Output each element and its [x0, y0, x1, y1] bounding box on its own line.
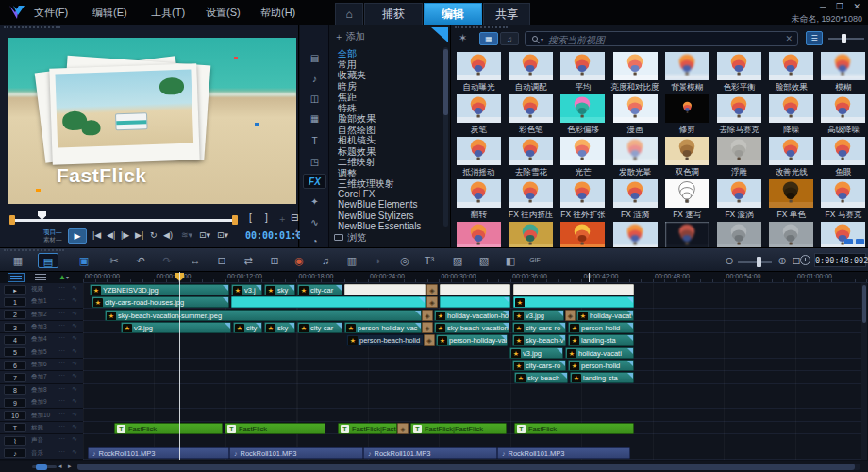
filter-thumbnail[interactable] [769, 94, 813, 123]
timeline-clip[interactable]: ★person-holid [568, 360, 634, 371]
search-input[interactable]: ▾ 搜索当前视图 ✕ [525, 31, 798, 46]
filter-thumbnail[interactable] [613, 222, 658, 247]
gif-creator-icon[interactable]: GIF [525, 253, 545, 268]
track-header-overlay[interactable]: 6叠加6⋯∿ [0, 359, 83, 371]
timeline-clip[interactable]: ★city-cars-ro [512, 322, 566, 333]
track-header-overlay[interactable]: 5叠加5⋯∿ [0, 346, 83, 359]
toolbar-drag-handle[interactable] [4, 249, 64, 252]
preview-video[interactable]: FastFlick [8, 38, 296, 204]
filter-thumbnail[interactable] [717, 94, 761, 123]
track-type-icon[interactable]: 1 [4, 297, 26, 307]
timeline-clip[interactable] [440, 284, 510, 295]
filter-fx-icon[interactable]: FX [303, 174, 326, 189]
track-options-icon[interactable]: ⋯ [58, 423, 65, 430]
transition-icon[interactable]: ◫ [303, 92, 326, 107]
timeline-clip[interactable]: ★YZBNEISV3D.jpg [90, 284, 229, 295]
transition-clip[interactable]: ◈ [397, 423, 409, 434]
scroll-right-arrow[interactable]: ▸ [68, 463, 72, 470]
track-wave-icon[interactable]: ∿ [72, 347, 77, 355]
category-item[interactable]: NewBlue Stylizers [338, 211, 414, 221]
audio-clip[interactable]: ♪RockRoll101.MP3 [229, 447, 363, 459]
split-clip-icon[interactable]: ✂ [104, 253, 125, 268]
multi-trim-icon[interactable]: ▥ [342, 253, 362, 268]
filter-thumbnail[interactable] [560, 179, 605, 208]
play-button[interactable]: ▶ [68, 228, 87, 244]
track-header-overlay[interactable]: 2叠加2⋯∿ [0, 309, 83, 321]
filter-thumbnail[interactable] [665, 137, 709, 165]
timeline-clip[interactable]: ★sky-beach-v [512, 334, 566, 346]
filter-thumbnail[interactable] [821, 94, 865, 123]
filter-thumbnail[interactable] [769, 52, 813, 80]
shuttle-icon[interactable]: ≋▾ [181, 230, 192, 240]
color-grading-icon[interactable]: ◧ [500, 253, 521, 268]
filter-thumbnail[interactable] [509, 94, 553, 123]
track-options-icon[interactable]: ⋯ [58, 322, 65, 329]
zoom-out-icon[interactable]: ⊖ [719, 253, 740, 268]
title-clip[interactable]: TFastFlick|FastFlick [338, 423, 397, 434]
track-options-icon[interactable]: ⋯ [58, 296, 65, 304]
timeline-clip[interactable]: ★holiday-vacation-ho [434, 310, 509, 321]
gallery-view-button[interactable]: ☰ [806, 31, 823, 45]
copy-icon[interactable]: ▣ [74, 253, 94, 268]
timeline-clip[interactable]: ★sky [264, 284, 295, 295]
track-header-overlay[interactable]: 1叠加1⋯∿ [0, 295, 83, 308]
track-list-icon[interactable] [8, 273, 25, 282]
transition-clip[interactable]: ◈ [422, 310, 433, 321]
timeline-clip[interactable]: ★ [513, 296, 634, 308]
timeline-clip[interactable]: ★v3.jpg [121, 322, 231, 333]
filter-thumbnail[interactable] [717, 52, 761, 80]
title-3d-icon[interactable]: T³ [419, 253, 440, 268]
track-header-video[interactable]: ▸视频⋯∿ [0, 283, 83, 295]
category-item[interactable]: NewBlue Elements [338, 199, 417, 210]
track-area[interactable]: ★YZBNEISV3D.jpg★v3.j★sky★city-car◈★city-… [83, 283, 861, 460]
transition-clip[interactable]: ◈ [422, 322, 433, 333]
tab-capture[interactable]: 捕获 [364, 3, 423, 25]
motion-tracking-icon[interactable]: ◎ [394, 253, 415, 268]
fit-project-icon[interactable]: ⊡ [211, 253, 232, 268]
playhead-line[interactable] [179, 272, 180, 460]
project-mode-label[interactable]: 项目— [43, 228, 62, 235]
timeline-scrollbar-thumb[interactable] [77, 464, 855, 470]
end-button[interactable]: ▶| [135, 230, 143, 240]
timeline-view-icon[interactable]: ▤ [38, 253, 58, 268]
filter-thumbnail[interactable] [821, 52, 865, 80]
timeline-vertical-scrollbar[interactable] [861, 283, 867, 460]
title-clip[interactable]: TFastFlick [114, 423, 223, 434]
timeline-clip[interactable]: ★v3.jpg [509, 347, 563, 359]
filter-thumbnail[interactable] [769, 179, 813, 208]
timeline-clip[interactable]: ★person-beach-holid [346, 334, 424, 346]
track-header-overlay[interactable]: 4叠加4⋯∿ [0, 333, 83, 346]
track-options-icon[interactable]: ⋯ [58, 448, 65, 456]
clip-mode-label[interactable]: 素材— [43, 236, 62, 243]
filter-thumbnail[interactable] [821, 179, 865, 208]
track-options-icon[interactable]: ⋯ [58, 397, 65, 405]
menu-item[interactable]: 编辑(E) [92, 6, 127, 20]
mask-creator-icon[interactable]: ▨ [447, 253, 468, 268]
track-wave-icon[interactable]: ∿ [72, 296, 77, 304]
timeline-clip[interactable] [231, 296, 426, 308]
track-wave-icon[interactable]: ∿ [72, 310, 77, 317]
search-dropdown-caret[interactable]: ▾ [541, 36, 543, 42]
track-wave-icon[interactable]: ∿ [72, 385, 77, 393]
filter-thumbnail[interactable] [717, 179, 761, 208]
track-type-icon[interactable]: 8 [4, 385, 26, 395]
timecode-spinner[interactable]: ▲▼ [294, 228, 299, 238]
thumbnail-size-slider[interactable] [828, 38, 864, 40]
filter-thumbnail[interactable] [821, 137, 865, 165]
effects-icon[interactable]: ✦ [303, 194, 326, 210]
track-options-icon[interactable]: ⋯ [58, 385, 65, 393]
filter-thumbnail[interactable] [560, 52, 605, 80]
track-options-icon[interactable]: ⋯ [58, 360, 65, 367]
filter-thumbnail[interactable] [769, 222, 813, 247]
timeline-clip[interactable]: ★landing-sta [568, 334, 634, 346]
filter-thumbnail[interactable] [665, 52, 709, 80]
enlarge-preview-icon[interactable]: ⊡▾ [199, 230, 210, 240]
track-wave-icon[interactable]: ∿ [72, 372, 77, 379]
timeline-clip[interactable]: ★person-holiday-vaca [436, 334, 508, 346]
track-type-icon[interactable]: T [4, 423, 26, 432]
trim-end-handle[interactable] [232, 215, 238, 225]
track-wave-icon[interactable]: ∿ [72, 423, 77, 430]
trim-start-handle[interactable] [9, 215, 15, 225]
timeline-timecode[interactable]: 0:00:48:002 [814, 253, 866, 267]
track-header-overlay[interactable]: 9叠加9⋯∿ [0, 396, 83, 409]
